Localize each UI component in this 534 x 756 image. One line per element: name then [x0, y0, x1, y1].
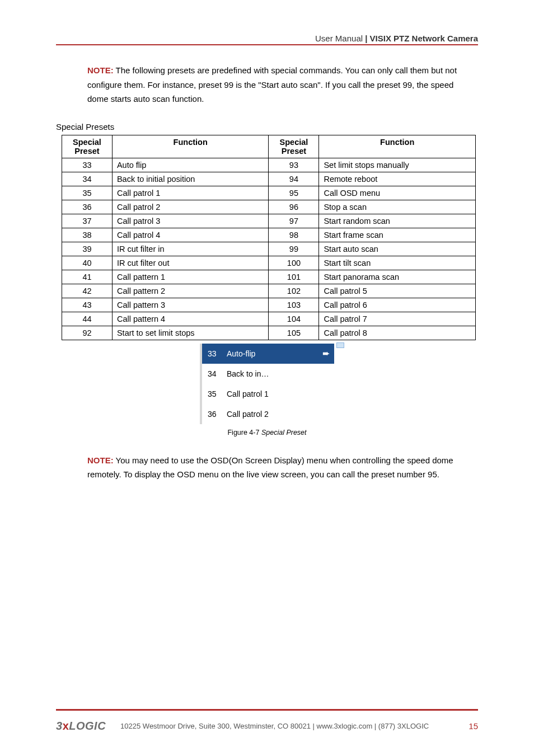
table-row: 36Call patrol 296Stop a scan	[62, 200, 476, 214]
cell-preset: 98	[269, 228, 319, 242]
cell-preset: 39	[62, 242, 113, 256]
cell-preset: 103	[269, 298, 319, 312]
cell-function: Start frame scan	[319, 228, 476, 242]
brand-logo: 3xLOGIC	[56, 720, 106, 732]
page-number: 15	[457, 721, 478, 731]
cell-function: Call patrol 7	[319, 312, 476, 326]
page-footer: 3xLOGIC 10225 Westmoor Drive, Suite 300,…	[56, 709, 478, 732]
cell-preset: 36	[62, 200, 113, 214]
table-row: 35Call patrol 195Call OSD menu	[62, 186, 476, 200]
note-1: NOTE: The following presets are predefin…	[87, 63, 472, 106]
table-row: 39IR cut filter in99Start auto scan	[62, 242, 476, 256]
preset-list-item[interactable]: 36Call patrol 2	[202, 404, 334, 424]
special-presets-table: Special Preset Function Special Preset F…	[62, 135, 476, 340]
cell-preset: 42	[62, 284, 113, 298]
preset-list-ui: 33Auto-flip➨34Back to in…35Call patrol 1…	[200, 344, 334, 424]
cell-function: IR cut filter in	[112, 242, 269, 256]
cell-function: Stop a scan	[319, 200, 476, 214]
table-row: 38Call patrol 498Start frame scan	[62, 228, 476, 242]
figure-caption: Figure 4-7 Special Preset	[200, 429, 334, 436]
preset-list-item[interactable]: 33Auto-flip➨	[202, 344, 334, 364]
cell-preset: 102	[269, 284, 319, 298]
cell-function: Call patrol 6	[319, 298, 476, 312]
note-2: NOTE: You may need to use the OSD(On Scr…	[87, 453, 472, 482]
call-preset-arrow-icon[interactable]: ➨	[317, 348, 334, 359]
table-row: 43Call pattern 3103Call patrol 6	[62, 298, 476, 312]
table-row: 40IR cut filter out100Start tilt scan	[62, 256, 476, 270]
th-function-2: Function	[319, 135, 476, 158]
th-function-1: Function	[112, 135, 269, 158]
preset-item-number: 36	[202, 410, 227, 419]
cell-preset: 104	[269, 312, 319, 326]
cell-function: Set limit stops manually	[319, 158, 476, 172]
cell-preset: 40	[62, 256, 113, 270]
cell-preset: 100	[269, 256, 319, 270]
table-title: Special Presets	[56, 122, 478, 132]
cell-preset: 101	[269, 270, 319, 284]
cell-preset: 94	[269, 172, 319, 186]
cell-function: Start random scan	[319, 214, 476, 228]
cell-function: Start to set limit stops	[112, 326, 269, 340]
logo-part-1: 3	[56, 720, 63, 732]
note-label-2: NOTE:	[87, 456, 114, 465]
cell-function: Call pattern 2	[112, 284, 269, 298]
preset-item-number: 34	[202, 369, 227, 378]
footer-divider	[56, 709, 478, 711]
cell-function: Call pattern 1	[112, 270, 269, 284]
cell-preset: 97	[269, 214, 319, 228]
logo-part-2: LOGIC	[69, 720, 106, 732]
table-row: 33Auto flip93Set limit stops manually	[62, 158, 476, 172]
cell-function: Call pattern 4	[112, 312, 269, 326]
cell-function: Call patrol 1	[112, 186, 269, 200]
table-row: 37Call patrol 397Start random scan	[62, 214, 476, 228]
cell-function: Remote reboot	[319, 172, 476, 186]
table-row: 92Start to set limit stops105Call patrol…	[62, 326, 476, 340]
cell-function: Call patrol 4	[112, 228, 269, 242]
cell-function: Back to initial position	[112, 172, 269, 186]
cell-preset: 93	[269, 158, 319, 172]
figure-special-preset: 33Auto-flip➨34Back to in…35Call patrol 1…	[200, 344, 334, 436]
note-text: The following presets are predefined wit…	[87, 65, 457, 104]
table-row: 44Call pattern 4104Call patrol 7	[62, 312, 476, 326]
preset-list-item[interactable]: 34Back to in…	[202, 364, 334, 384]
cell-preset: 35	[62, 186, 113, 200]
cell-function: Start auto scan	[319, 242, 476, 256]
table-row: 42Call pattern 2102Call patrol 5	[62, 284, 476, 298]
preset-item-number: 33	[202, 349, 227, 358]
cell-preset: 34	[62, 172, 113, 186]
cell-function: Call patrol 2	[112, 200, 269, 214]
cell-function: Call patrol 5	[319, 284, 476, 298]
logo-part-x: x	[63, 720, 69, 732]
header-divider	[56, 44, 478, 45]
footer-address: 10225 Westmoor Drive, Suite 300, Westmin…	[106, 722, 457, 730]
preset-item-label: Back to in…	[227, 369, 317, 378]
cell-preset: 92	[62, 326, 113, 340]
cell-function: Auto flip	[112, 158, 269, 172]
preset-item-label: Call patrol 1	[227, 389, 317, 398]
figure-marker-icon	[336, 342, 344, 348]
cell-preset: 105	[269, 326, 319, 340]
cell-preset: 44	[62, 312, 113, 326]
cell-preset: 41	[62, 270, 113, 284]
cell-function: IR cut filter out	[112, 256, 269, 270]
preset-item-label: Auto-flip	[227, 349, 317, 358]
preset-item-number: 35	[202, 389, 227, 398]
cell-preset: 33	[62, 158, 113, 172]
preset-list-item[interactable]: 35Call patrol 1	[202, 384, 334, 404]
cell-preset: 99	[269, 242, 319, 256]
note-label: NOTE:	[87, 65, 114, 75]
cell-function: Call pattern 3	[112, 298, 269, 312]
table-row: 34Back to initial position94Remote reboo…	[62, 172, 476, 186]
cell-preset: 43	[62, 298, 113, 312]
figure-caption-title: Special Preset	[261, 429, 307, 436]
cell-function: Call patrol 3	[112, 214, 269, 228]
th-special-preset-1: Special Preset	[62, 135, 113, 158]
cell-preset: 37	[62, 214, 113, 228]
header-manual-label: User Manual	[315, 34, 365, 43]
cell-preset: 38	[62, 228, 113, 242]
th-special-preset-2: Special Preset	[269, 135, 319, 158]
figure-caption-prefix: Figure 4-7	[227, 429, 261, 436]
note-text-2: You may need to use the OSD(On Screen Di…	[87, 456, 453, 480]
header-product-name: | VISIX PTZ Network Camera	[365, 34, 478, 43]
cell-function: Start tilt scan	[319, 256, 476, 270]
